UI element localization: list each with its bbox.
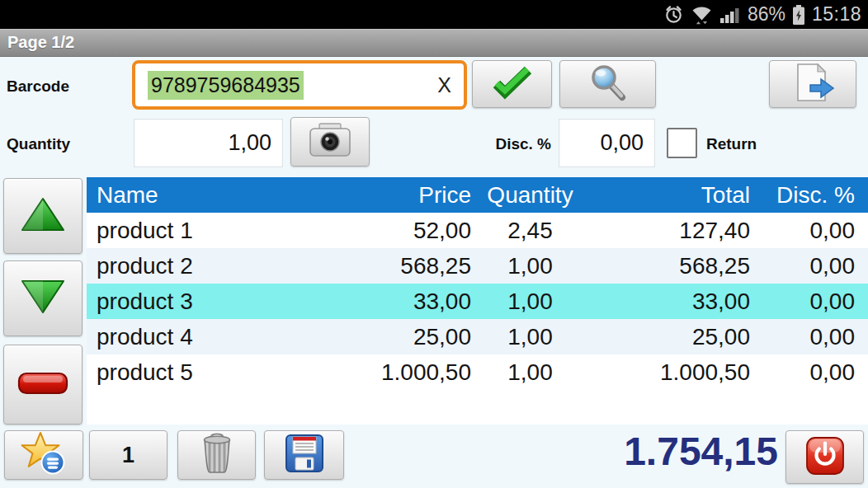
cell-quantity: 1,00 bbox=[474, 289, 586, 315]
return-checkbox[interactable] bbox=[667, 128, 697, 158]
magnifier-icon bbox=[587, 63, 630, 105]
quantity-label: Quantity bbox=[7, 135, 70, 153]
exit-button[interactable] bbox=[785, 430, 864, 484]
down-arrow-icon bbox=[19, 277, 67, 320]
pos-app-screen: 86% 15:18 Page 1/2 Barcode 9789759684935… bbox=[0, 0, 868, 488]
table-row[interactable]: product 4 25,00 1,00 25,00 0,00 bbox=[87, 319, 868, 354]
search-button[interactable] bbox=[559, 60, 656, 108]
alarm-icon bbox=[663, 4, 684, 25]
cell-total: 568,25 bbox=[586, 253, 755, 279]
trash-icon bbox=[200, 432, 234, 478]
favorites-button[interactable] bbox=[4, 430, 83, 480]
favorites-star-icon bbox=[20, 431, 68, 479]
battery-percent: 86% bbox=[748, 3, 785, 26]
discount-input[interactable] bbox=[559, 119, 655, 167]
cell-name: product 5 bbox=[87, 359, 318, 386]
cell-discount: 0,00 bbox=[755, 324, 868, 350]
page-count-button[interactable]: 1 bbox=[89, 430, 167, 480]
cell-quantity: 1,00 bbox=[474, 359, 586, 386]
cell-name: product 3 bbox=[87, 289, 318, 315]
camera-button[interactable] bbox=[290, 117, 370, 167]
save-button[interactable] bbox=[264, 430, 344, 480]
table-header: Name Price Quantity Total Disc. % bbox=[87, 177, 868, 213]
export-document-icon bbox=[790, 63, 835, 106]
table-row-selected[interactable]: product 3 33,00 1,00 33,00 0,00 bbox=[87, 284, 868, 319]
cell-total: 33,00 bbox=[586, 289, 755, 315]
table-row[interactable]: product 5 1.000,50 1,00 1.000,50 0,00 bbox=[87, 354, 868, 390]
delete-row-button[interactable] bbox=[3, 345, 83, 425]
cell-price: 1.000,50 bbox=[318, 359, 474, 386]
cell-discount: 0,00 bbox=[755, 289, 868, 315]
discount-label: Disc. % bbox=[446, 135, 551, 153]
signal-icon bbox=[719, 5, 741, 25]
return-label: Return bbox=[706, 135, 757, 153]
column-header-name: Name bbox=[87, 182, 318, 209]
cell-total: 127,40 bbox=[586, 218, 755, 244]
remove-icon bbox=[17, 372, 68, 398]
wifi-icon bbox=[691, 4, 713, 25]
page-bar: Page 1/2 bbox=[0, 29, 868, 57]
table-row[interactable]: product 1 52,00 2,45 127,40 0,00 bbox=[87, 213, 868, 248]
cell-name: product 1 bbox=[87, 218, 318, 244]
quantity-input[interactable] bbox=[134, 119, 283, 167]
cell-name: product 2 bbox=[87, 253, 318, 279]
page-count-label: 1 bbox=[122, 443, 134, 468]
battery-charging-icon bbox=[792, 4, 805, 26]
status-bar: 86% 15:18 bbox=[0, 0, 868, 29]
barcode-clear-button[interactable]: X bbox=[437, 73, 451, 97]
column-header-price: Price bbox=[318, 182, 474, 209]
cell-discount: 0,00 bbox=[755, 359, 868, 386]
export-button[interactable] bbox=[769, 60, 856, 108]
camera-icon bbox=[308, 122, 352, 162]
clock: 15:18 bbox=[812, 3, 861, 26]
cell-quantity: 2,45 bbox=[474, 218, 586, 244]
cell-price: 52,00 bbox=[318, 218, 474, 244]
cell-price: 25,00 bbox=[318, 324, 474, 350]
column-header-total: Total bbox=[586, 182, 755, 209]
table-row[interactable]: product 2 568,25 1,00 568,25 0,00 bbox=[87, 248, 868, 284]
barcode-label: Barcode bbox=[7, 77, 69, 96]
total-amount: 1.754,15 bbox=[624, 429, 778, 474]
barcode-value: 9789759684935 bbox=[148, 71, 304, 100]
column-header-quantity: Quantity bbox=[474, 182, 586, 209]
cell-price: 33,00 bbox=[318, 289, 474, 315]
confirm-button[interactable] bbox=[472, 60, 552, 108]
up-arrow-icon bbox=[19, 195, 67, 237]
cell-quantity: 1,00 bbox=[474, 253, 586, 279]
clear-all-button[interactable] bbox=[177, 430, 256, 480]
move-up-button[interactable] bbox=[3, 178, 83, 254]
check-icon bbox=[490, 65, 535, 103]
cell-discount: 0,00 bbox=[755, 218, 868, 244]
cell-total: 1.000,50 bbox=[586, 359, 755, 386]
cell-quantity: 1,00 bbox=[474, 324, 586, 350]
column-header-discount: Disc. % bbox=[755, 182, 868, 209]
products-table: Name Price Quantity Total Disc. % produc… bbox=[87, 177, 868, 425]
barcode-input[interactable]: 9789759684935 X bbox=[132, 60, 467, 110]
cell-name: product 4 bbox=[87, 324, 318, 350]
save-floppy-icon bbox=[285, 434, 324, 476]
cell-discount: 0,00 bbox=[755, 253, 868, 279]
cell-total: 25,00 bbox=[586, 324, 755, 350]
page-title: Page 1/2 bbox=[7, 33, 74, 52]
power-icon bbox=[805, 436, 845, 479]
cell-price: 568,25 bbox=[318, 253, 474, 279]
move-down-button[interactable] bbox=[3, 260, 83, 336]
